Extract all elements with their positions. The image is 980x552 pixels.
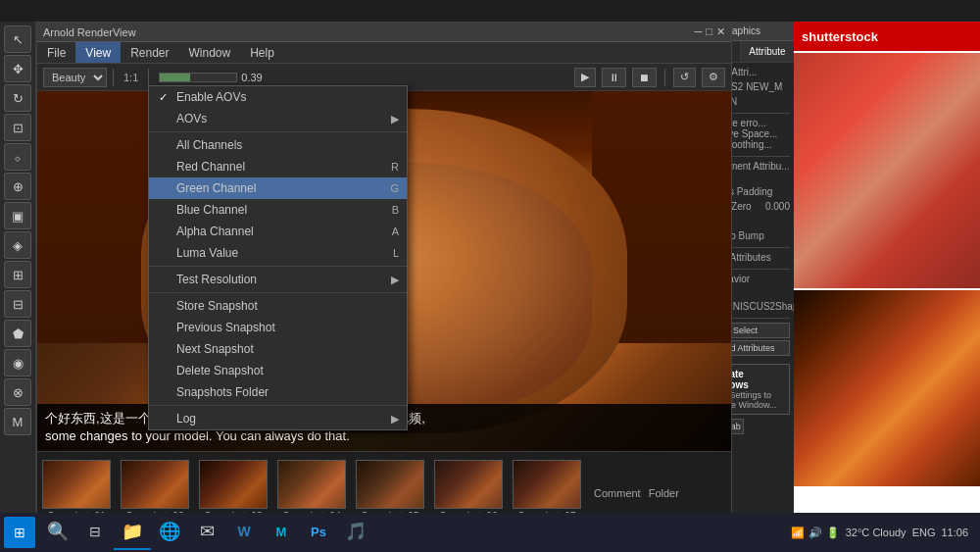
taskbar-mail[interactable]: ✉ (188, 515, 225, 550)
tool8-btn[interactable]: ◈ (4, 231, 31, 259)
select-tool-btn[interactable]: ↖ (4, 25, 31, 53)
dd-previous-snapshot[interactable]: Previous Snapshot (149, 317, 407, 338)
node-value-field: NEW_M (746, 81, 782, 92)
snapshot-thumb-04 (277, 460, 346, 509)
ratio-label: 1:1 (120, 72, 142, 83)
taskbar-photoshop[interactable]: Ps (300, 515, 337, 550)
snapshot-thumb-02 (121, 460, 189, 509)
dd-label-delete-snapshot: Delete Snapshot (176, 364, 264, 377)
dd-label-all-channels: All Channels (176, 138, 242, 152)
taskbar-explorer[interactable]: 📁 (114, 515, 151, 550)
tab-attribute[interactable]: Attribute (741, 41, 794, 62)
luma-shortcut: L (393, 247, 399, 259)
dd-luma-value[interactable]: Luma Value L (149, 242, 407, 264)
taskbar-search[interactable]: 🔍 (39, 515, 76, 550)
rv-menu-help[interactable]: Help (240, 42, 284, 63)
dd-sep1 (149, 131, 407, 132)
dd-all-channels[interactable]: All Channels (149, 134, 407, 156)
move-tool-btn[interactable]: ✥ (4, 55, 31, 82)
display-mode-select[interactable]: Beauty (43, 68, 107, 87)
attr-tab[interactable]: Attri... (731, 67, 757, 77)
tool9-btn[interactable]: ⊞ (4, 261, 31, 288)
tool14-btn[interactable]: M (4, 408, 31, 435)
word-icon: W (237, 524, 250, 539)
settings-btn[interactable]: ⚙ (702, 68, 725, 87)
taskbar-media[interactable]: 🎵 (337, 515, 374, 550)
dd-label-alpha-channel: Alpha Channel (176, 225, 254, 238)
ss-image-2[interactable] (794, 290, 980, 486)
windows-icon: ⊞ (14, 525, 25, 540)
rv-maximize-btn[interactable]: □ (706, 25, 712, 38)
snapshot-thumb-img-01 (43, 461, 110, 508)
ss-header: shutterstock (794, 22, 980, 51)
rv-menu-window[interactable]: Window (179, 42, 241, 63)
dd-enable-aovs[interactable]: ✓ Enable AOVs (149, 86, 407, 108)
toolbar-sep1 (113, 69, 114, 86)
snapshot-thumb-03 (199, 460, 268, 509)
snapshot-thumb-07 (513, 460, 581, 509)
play-btn[interactable]: ▶ (574, 68, 596, 87)
tool12-btn[interactable]: ◉ (4, 349, 31, 376)
rv-minimize-btn[interactable]: ─ (695, 25, 703, 38)
dd-label-previous-snapshot: Previous Snapshot (176, 321, 275, 334)
dd-label-aovs: AOVs (176, 112, 207, 125)
snapshot-thumb-img-02 (122, 461, 188, 508)
ss-image-1[interactable] (794, 53, 980, 288)
rv-menu-view[interactable]: View (75, 42, 121, 63)
photoshop-icon: Ps (311, 525, 326, 539)
green-ch-shortcut: G (390, 182, 399, 194)
taskbar-maya[interactable]: M (263, 515, 300, 550)
dd-delete-snapshot[interactable]: Delete Snapshot (149, 360, 407, 381)
snapshot-thumb-img-07 (514, 461, 580, 508)
ss-images-list (794, 53, 980, 486)
dd-sep4 (149, 405, 407, 406)
tool10-btn[interactable]: ⊟ (4, 290, 31, 318)
render-view-window: Arnold RenderView ─ □ ✕ File View Render… (36, 22, 732, 552)
dd-label-blue-channel: Blue Channel (176, 203, 247, 217)
tool7-btn[interactable]: ▣ (4, 202, 31, 229)
dd-red-channel[interactable]: Red Channel R (149, 156, 407, 177)
start-button[interactable]: ⊞ (4, 517, 35, 548)
rotate-tool-btn[interactable]: ↻ (4, 84, 31, 112)
dd-alpha-channel[interactable]: Alpha Channel A (149, 221, 407, 242)
dd-next-snapshot[interactable]: Next Snapshot (149, 338, 407, 360)
rv-menu-render[interactable]: Render (121, 42, 178, 63)
taskbar-word[interactable]: W (225, 515, 263, 550)
taskbar-chrome[interactable]: 🌐 (151, 515, 188, 550)
dd-aovs[interactable]: AOVs ▶ (149, 108, 407, 129)
dd-sep2 (149, 266, 407, 267)
refresh-btn[interactable]: ↺ (673, 68, 696, 87)
media-icon: 🎵 (345, 521, 367, 542)
red-ch-shortcut: R (391, 161, 399, 173)
taskbar-taskview[interactable]: ⊟ (76, 515, 114, 550)
dd-blue-channel[interactable]: Blue Channel B (149, 199, 407, 221)
rv-menu-file[interactable]: File (37, 42, 75, 63)
dd-store-snapshot[interactable]: Store Snapshot (149, 295, 407, 317)
snapshot-thumb-01 (42, 460, 111, 509)
scalar-zero-value[interactable]: 0.000 (765, 201, 790, 223)
pause-btn[interactable]: ⏸ (602, 68, 626, 87)
search-icon: 🔍 (47, 521, 69, 542)
tool13-btn[interactable]: ⊗ (4, 378, 31, 406)
taskbar-right: 📶 🔊 🔋 32°C Cloudy ENG 11:06 (791, 527, 976, 539)
tool5-btn[interactable]: ⬦ (4, 143, 31, 171)
status-icons: 📶 🔊 🔋 (791, 527, 840, 539)
stop-btn[interactable]: ⏹ (632, 68, 657, 87)
dd-green-channel[interactable]: Green Channel G (149, 177, 407, 199)
mail-icon: ✉ (200, 521, 215, 542)
language-indicator: ENG (912, 527, 936, 538)
dd-log[interactable]: Log ▶ (149, 408, 407, 429)
snapshot-strip-extras: Comment Folder (594, 483, 679, 499)
tool11-btn[interactable]: ⬟ (4, 320, 31, 347)
maya-icon: M (276, 525, 287, 539)
network-icon: 📶 (791, 527, 805, 539)
dd-test-resolution[interactable]: Test Resolution ▶ (149, 269, 407, 290)
chrome-icon: 🌐 (159, 521, 180, 542)
dd-label-enable-aovs: Enable AOVs (176, 90, 246, 104)
scale-tool-btn[interactable]: ⊡ (4, 114, 31, 141)
dd-label-next-snapshot: Next Snapshot (176, 342, 254, 356)
dd-snapshots-folder[interactable]: Snapshots Folder (149, 381, 407, 403)
snapshot-thumb-img-04 (278, 461, 345, 508)
rv-close-btn[interactable]: ✕ (716, 25, 725, 38)
tool6-btn[interactable]: ⊕ (4, 173, 31, 200)
